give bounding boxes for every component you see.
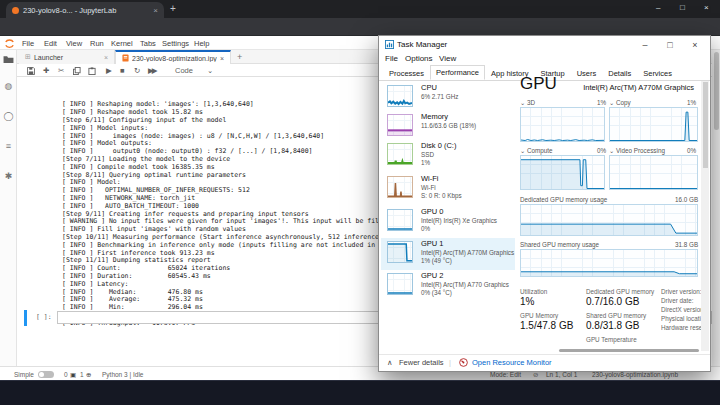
add-cell-icon[interactable]: ✚ — [43, 66, 49, 75]
tm-menu-view[interactable]: View — [439, 54, 456, 63]
tm-menu-file[interactable]: File — [385, 54, 398, 63]
tab-processes[interactable]: Processes — [383, 66, 430, 80]
chart-video-pct: 0% — [687, 147, 696, 154]
sidebar-item-gpu0[interactable]: GPU 0 Intel(R) Iris(R) Xe Graphics 0% — [381, 206, 515, 238]
chart-video-label[interactable]: ⌄ Video Processing — [609, 147, 665, 154]
browser-titlebar: 230-yolov8-o... - JupyterLab × + – □ × — [0, 0, 720, 18]
menu-run[interactable]: Run — [90, 39, 104, 48]
chart-3d — [520, 107, 605, 142]
task-manager-window: Task Manager – □ × File Options View Pro… — [378, 35, 711, 372]
cut-icon[interactable]: ✂ — [58, 66, 64, 75]
restart-kernel-icon[interactable]: ↻ — [134, 66, 140, 75]
sidebar-item-gpu1-selected[interactable]: GPU 1 Intel(R) Arc(TM) A770M Graphics 1%… — [381, 238, 515, 270]
tab-details[interactable]: Details — [602, 66, 637, 80]
sidebar-item-memory[interactable]: Memory 11.6/63.6 GB (18%) — [381, 111, 515, 139]
browser-minimize-button[interactable]: – — [656, 3, 660, 12]
sidebar-item-gpu2[interactable]: GPU 2 Intel(R) Arc(TM) A770 Graphics 0% … — [381, 270, 515, 302]
browser-maximize-button[interactable]: □ — [680, 3, 685, 12]
menu-help[interactable]: Help — [194, 39, 209, 48]
browser-navbar: ← → ↻ i localhost:8888/lab/tree/230-yolo… — [0, 18, 720, 36]
notification-icon[interactable]: ⊘ — [533, 371, 538, 379]
dedicated-memory-max: 16.0 GB — [675, 196, 698, 203]
menu-view[interactable]: View — [66, 39, 82, 48]
open-resource-monitor-link[interactable]: Open Resource Monitor — [472, 358, 552, 367]
window-title: Task Manager — [397, 40, 447, 49]
footer-divider — [379, 354, 710, 355]
kernel-status[interactable]: Python 3 | Idle — [102, 371, 143, 378]
tm-menu-options[interactable]: Options — [405, 54, 433, 63]
tm-minimize-button[interactable]: – — [634, 38, 656, 52]
table-of-contents-icon[interactable]: ≡ — [3, 142, 14, 151]
chart-compute — [520, 155, 605, 190]
property-inspector-icon[interactable]: ◯ — [3, 112, 14, 121]
tab-close-icon[interactable]: × — [220, 55, 224, 62]
menu-settings[interactable]: Settings — [162, 39, 189, 48]
chart-video-processing — [609, 155, 698, 190]
cell-type-select[interactable]: Code — [175, 66, 193, 75]
tab-users[interactable]: Users — [571, 66, 603, 80]
cell-type-chevron-icon[interactable]: ⌄ — [207, 66, 213, 75]
chart-compute-label[interactable]: ⌄ Compute — [520, 147, 553, 154]
tab-services[interactable]: Services — [637, 66, 678, 80]
running-sessions-icon[interactable]: ◍ — [3, 82, 14, 91]
simple-mode-label: Simple — [14, 371, 34, 378]
browser-close-button[interactable]: × — [704, 3, 709, 12]
toggle-knob — [39, 372, 44, 377]
windows-taskbar: ⌂ >_ ∧ 12:38 PM 1/17/2023 ☾ — [0, 380, 720, 405]
tab-launcher[interactable]: ⊞ Launcher × — [19, 50, 115, 64]
task-manager-icon — [385, 40, 394, 49]
tab-close-icon[interactable]: × — [104, 54, 108, 61]
dedicated-memory-chart — [520, 204, 698, 236]
tm-maximize-button[interactable]: □ — [659, 38, 681, 52]
dedicated-memory-label: Dedicated GPU memory usage — [520, 196, 607, 203]
browser-tab[interactable]: 230-yolov8-o... - JupyterLab × — [6, 2, 164, 18]
stop-kernel-icon[interactable]: ■ — [120, 66, 125, 75]
fewer-details-button[interactable]: Fewer details — [399, 358, 444, 367]
sidebar-item-wifi[interactable]: Wi-Fi Wi-Fi S: 0 R: 0 Kbps — [381, 173, 515, 205]
terminal-icon: ⊕ — [86, 371, 91, 379]
tm-horizontal-scrollbar-thumb[interactable] — [559, 349, 699, 352]
jupyter-favicon — [12, 7, 19, 14]
extension-manager-icon[interactable]: ✱ — [3, 172, 14, 181]
notebook-scrollbar-thumb[interactable] — [714, 52, 719, 130]
status-filename: 230-yolov8-optimization.ipynb — [592, 371, 678, 378]
gpu-memory-label: GPU Memory — [520, 312, 558, 319]
sidebar-item-cpu[interactable]: CPU 6% 2.71 GHz — [381, 82, 515, 110]
kernel-icon: ▣ — [70, 371, 76, 379]
memory-mini-chart — [387, 114, 413, 136]
tm-close-button[interactable]: × — [684, 38, 706, 52]
copy-icon[interactable] — [73, 67, 81, 75]
tab-performance[interactable]: Performance — [430, 65, 485, 80]
fewer-details-chevron-icon[interactable]: ∧ — [387, 358, 393, 367]
utilization-value: 1% — [520, 296, 534, 307]
shared-memory-chart — [520, 249, 698, 277]
run-cell-icon[interactable]: ▶ — [106, 66, 112, 75]
menu-file[interactable]: File — [22, 39, 34, 48]
browser-tab-title: 230-yolov8-o... - JupyterLab — [23, 6, 149, 15]
menu-edit[interactable]: Edit — [44, 39, 57, 48]
menu-kernel[interactable]: Kernel — [111, 39, 133, 48]
notebook-icon — [122, 54, 129, 62]
dedicated-gpu-memory-value: 0.7/16.0 GB — [586, 296, 639, 307]
paste-icon[interactable] — [88, 67, 96, 75]
wifi-mini-chart — [387, 176, 413, 198]
menu-tabs[interactable]: Tabs — [140, 39, 156, 48]
shared-gpu-memory-value: 0.8/31.8 GB — [586, 320, 639, 331]
tm-vertical-scrollbar-thumb[interactable] — [703, 82, 708, 168]
restart-run-all-icon[interactable]: ▶▶ — [148, 66, 156, 75]
chart-3d-label[interactable]: ⌄ 3D — [520, 99, 535, 106]
new-tab-button[interactable]: + — [170, 4, 176, 14]
file-browser-icon[interactable] — [3, 55, 14, 64]
tab-close-icon[interactable]: × — [153, 6, 158, 15]
tab-notebook[interactable]: 230-yolov8-optimization.ipy × — [115, 50, 231, 64]
footer-separator: | — [449, 358, 451, 367]
dedicated-gpu-memory-label: Dedicated GPU memory — [586, 288, 654, 295]
gpu-name: Intel(R) Arc(TM) A770M Graphics — [583, 83, 694, 92]
gpu1-mini-chart — [387, 241, 413, 263]
add-tab-button[interactable]: + — [237, 52, 242, 62]
save-icon[interactable] — [27, 67, 35, 75]
sidebar-item-disk[interactable]: Disk 0 (C:) SSD 1% — [381, 140, 515, 172]
chart-copy-label[interactable]: ⌄ Copy — [609, 99, 631, 106]
cursor-position: Ln 1, Col 1 — [546, 371, 577, 378]
resource-monitor-icon — [459, 358, 468, 367]
